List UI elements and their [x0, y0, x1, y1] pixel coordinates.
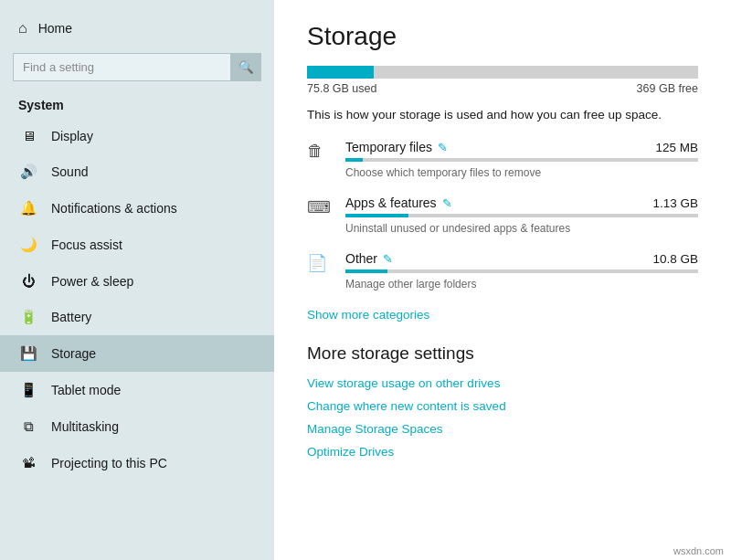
other-edit-icon[interactable]: ✎	[383, 252, 393, 266]
sidebar-item-multitasking[interactable]: ⧉ Multitasking	[0, 408, 274, 445]
other-title: Other	[345, 251, 377, 266]
sidebar-item-label-projecting: Projecting to this PC	[51, 456, 167, 470]
sidebar-item-sound[interactable]: 🔊 Sound	[0, 153, 274, 190]
focus-icon: 🌙	[18, 237, 38, 253]
sidebar-item-label-focus: Focus assist	[51, 238, 122, 252]
other-description: Manage other large folders	[345, 278, 698, 291]
storage-bar-labels: 75.8 GB used 369 GB free	[307, 82, 698, 95]
sidebar-item-label-power: Power & sleep	[51, 274, 133, 289]
sound-icon: 🔊	[18, 164, 38, 180]
temp-title: Temporary files	[345, 140, 432, 154]
other-content: Other ✎ 10.8 GB Manage other large folde…	[345, 251, 698, 291]
sidebar-item-label-multitasking: Multitasking	[51, 419, 119, 434]
temp-size: 125 MB	[655, 141, 698, 154]
temp-edit-icon[interactable]: ✎	[438, 141, 448, 154]
sidebar-item-projecting[interactable]: 📽 Projecting to this PC	[0, 445, 274, 481]
apps-title-row: Apps & features ✎	[345, 195, 452, 210]
sidebar-item-label-notifications: Notifications & actions	[51, 201, 177, 216]
temp-content: Temporary files ✎ 125 MB Choose which te…	[345, 140, 698, 179]
storage-link-1[interactable]: Change where new content is saved	[307, 399, 698, 413]
storage-item-apps: ⌨ Apps & features ✎ 1.13 GB Uninstall un…	[307, 195, 698, 235]
sidebar: ⌂ Home 🔍 System 🖥 Display 🔊 Sound 🔔 Noti…	[0, 0, 274, 560]
storage-bar: 75.8 GB used 369 GB free	[307, 66, 698, 95]
other-icon: 📄	[307, 253, 333, 273]
other-bar-fill	[345, 269, 387, 273]
watermark: wsxdn.com	[673, 545, 724, 556]
power-icon: ⏻	[18, 273, 38, 289]
other-title-row: Other ✎	[345, 251, 393, 266]
tablet-icon: 📱	[18, 382, 38, 398]
display-icon: 🖥	[18, 128, 38, 143]
other-header: Other ✎ 10.8 GB	[345, 251, 698, 266]
sidebar-item-storage[interactable]: 💾 Storage	[0, 335, 274, 372]
temp-bar-track	[345, 158, 698, 162]
multitasking-icon: ⧉	[18, 418, 38, 435]
sidebar-item-tablet[interactable]: 📱 Tablet mode	[0, 372, 274, 408]
notifications-icon: 🔔	[18, 200, 38, 217]
used-label: 75.8 GB used	[307, 82, 376, 95]
search-button[interactable]: 🔍	[230, 53, 261, 81]
sidebar-search-container: 🔍	[13, 53, 261, 81]
sidebar-item-label-storage: Storage	[51, 346, 96, 361]
show-more-link[interactable]: Show more categories	[307, 308, 429, 322]
apps-edit-icon[interactable]: ✎	[442, 196, 452, 210]
sidebar-item-home[interactable]: ⌂ Home	[0, 9, 274, 48]
storage-item-other: 📄 Other ✎ 10.8 GB Manage other large fol…	[307, 251, 698, 291]
apps-size: 1.13 GB	[652, 196, 698, 210]
apps-content: Apps & features ✎ 1.13 GB Uninstall unus…	[345, 195, 698, 235]
apps-bar-fill	[345, 214, 408, 217]
sidebar-item-label-tablet: Tablet mode	[51, 383, 121, 397]
main-content: Storage 75.8 GB used 369 GB free This is…	[274, 0, 731, 560]
sidebar-item-battery[interactable]: 🔋 Battery	[0, 299, 274, 335]
more-storage-title: More storage settings	[307, 343, 698, 364]
projecting-icon: 📽	[18, 455, 38, 470]
storage-description: This is how your storage is used and how…	[307, 108, 698, 122]
sidebar-item-focus[interactable]: 🌙 Focus assist	[0, 227, 274, 263]
sidebar-item-display[interactable]: 🖥 Display	[0, 118, 274, 153]
search-input[interactable]	[13, 53, 261, 81]
temp-description: Choose which temporary files to remove	[345, 166, 698, 179]
apps-icon: ⌨	[307, 197, 333, 217]
temp-title-row: Temporary files ✎	[345, 140, 448, 154]
page-title: Storage	[307, 22, 698, 51]
system-header: System	[0, 90, 274, 118]
temp-icon: 🗑	[307, 142, 333, 161]
storage-link-0[interactable]: View storage usage on other drives	[307, 376, 698, 390]
sidebar-home-label: Home	[38, 21, 72, 36]
apps-bar-track	[345, 214, 698, 217]
free-label: 369 GB free	[637, 82, 698, 95]
storage-item-temp: 🗑 Temporary files ✎ 125 MB Choose which …	[307, 140, 698, 179]
sidebar-item-notifications[interactable]: 🔔 Notifications & actions	[0, 190, 274, 227]
temp-bar-fill	[345, 158, 363, 162]
sidebar-item-label-display: Display	[51, 129, 93, 143]
other-bar-track	[345, 269, 698, 273]
other-size: 10.8 GB	[652, 252, 698, 266]
battery-icon: 🔋	[18, 309, 38, 325]
storage-link-3[interactable]: Optimize Drives	[307, 445, 698, 459]
sidebar-item-power[interactable]: ⏻ Power & sleep	[0, 263, 274, 299]
home-icon: ⌂	[18, 20, 27, 37]
storage-bar-track	[307, 66, 698, 79]
storage-link-2[interactable]: Manage Storage Spaces	[307, 422, 698, 436]
storage-bar-used	[307, 66, 374, 79]
sidebar-item-label-sound: Sound	[51, 164, 88, 179]
sidebar-item-label-battery: Battery	[51, 310, 91, 324]
apps-title: Apps & features	[345, 195, 437, 210]
temp-header: Temporary files ✎ 125 MB	[345, 140, 698, 154]
apps-description: Uninstall unused or undesired apps & fea…	[345, 222, 698, 235]
search-icon: 🔍	[238, 60, 254, 74]
storage-icon: 💾	[18, 345, 38, 362]
apps-header: Apps & features ✎ 1.13 GB	[345, 195, 698, 210]
